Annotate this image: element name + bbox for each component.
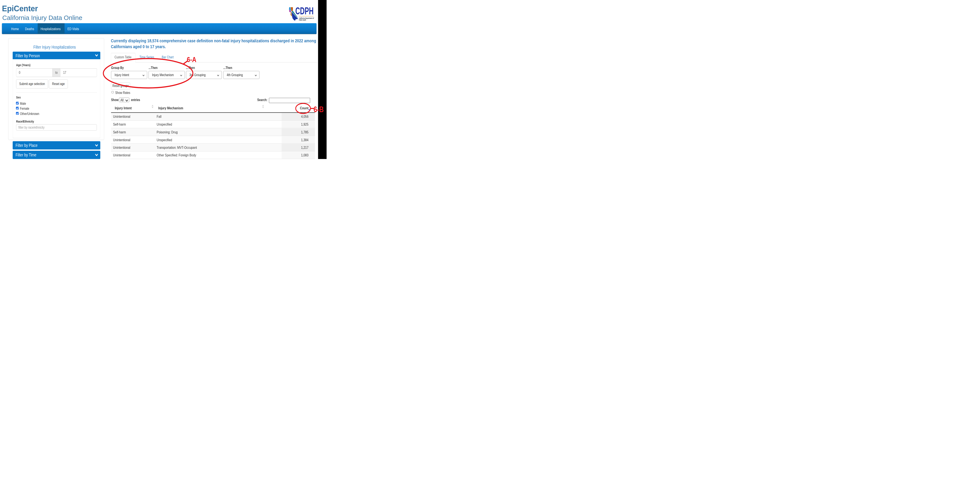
svg-text:6-A: 6-A xyxy=(187,55,196,64)
svg-text:6-B: 6-B xyxy=(313,105,324,114)
